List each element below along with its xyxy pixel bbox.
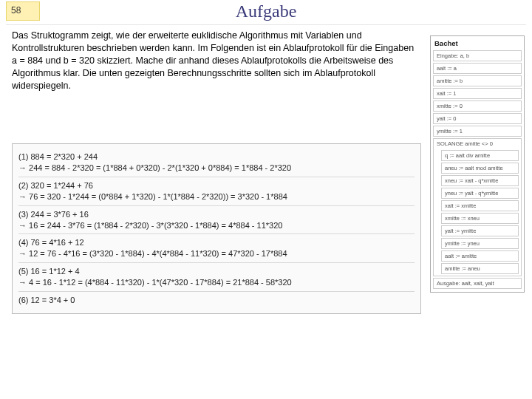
slide-title: Aufgabe [6,1,526,21]
calc-derivation: → 76 = 320 - 1*244 = (0*884 + 1*320) - 1… [18,191,415,202]
calc-step: (1) 884 = 2*320 + 244 → 244 = 884 - 2*32… [18,149,415,177]
calc-derivation: → 16 = 244 - 3*76 = (1*884 - 2*320) - 3*… [18,220,415,231]
calc-equation: (3) 244 = 3*76 + 16 [18,209,415,220]
struktogramm-title: Bachet [431,36,524,49]
struktogramm: Bachet Eingabe: a, b aalt := a amitte :=… [430,35,525,293]
struktogramm-loop-condition: SOLANGE amitte <> 0 [434,139,521,149]
struktogramm-stmt: aalt := amitte [441,250,519,262]
struktogramm-init: amitte := b [433,75,522,86]
struktogramm-stmt: yalt := ymitte [441,225,519,236]
calc-equation: (4) 76 = 4*16 + 12 [18,237,415,248]
calc-step: (6) 12 = 3*4 + 0 [18,292,415,309]
calc-derivation: → 244 = 884 - 2*320 = (1*884 + 0*320) - … [18,163,415,174]
struktogramm-init: ymitte := 1 [433,126,522,137]
struktogramm-stmt: ymitte := yneu [441,238,519,249]
calc-equation: (5) 16 = 1*12 + 4 [18,266,415,277]
struktogramm-init: xmitte := 0 [433,100,522,112]
struktogramm-stmt: yneu := yalt - q*ymitte [441,188,519,199]
calc-step: (2) 320 = 1*244 + 76 → 76 = 320 - 1*244 … [18,177,415,206]
struktogramm-stmt: xmitte := xneu [441,213,519,224]
calc-derivation: → 12 = 76 - 4*16 = (3*320 - 1*884) - 4*(… [18,248,415,259]
calc-equation: (2) 320 = 1*244 + 76 [18,180,415,191]
struktogramm-output: Ausgabe: aalt, xalt, yalt [433,278,522,289]
struktogramm-input: Eingabe: a, b [433,50,522,61]
struktogramm-init: yalt := 0 [433,113,522,124]
calc-equation: (1) 884 = 2*320 + 244 [18,151,415,163]
calc-equation: (6) 12 = 3*4 + 0 [18,295,415,306]
calc-step: (5) 16 = 1*12 + 4 → 4 = 16 - 1*12 = (4*8… [18,263,415,292]
struktogramm-stmt: aneu := aalt mod amitte [441,163,519,174]
struktogramm-stmt: xneu := xalt - q*xmitte [441,175,519,186]
calc-step: (4) 76 = 4*16 + 12 → 12 = 76 - 4*16 = (3… [18,234,415,263]
struktogramm-stmt: amitte := aneu [441,263,519,274]
calculations-box: (1) 884 = 2*320 + 244 → 244 = 884 - 2*32… [12,143,421,313]
calc-derivation: → 4 = 16 - 1*12 = (4*884 - 11*320) - 1*(… [18,277,415,288]
calc-step: (3) 244 = 3*76 + 16 → 16 = 244 - 3*76 = … [18,206,415,235]
struktogramm-stmt: xalt := xmitte [441,200,519,211]
struktogramm-init: xalt := 1 [433,88,522,99]
struktogramm-init: aalt := a [433,63,522,74]
struktogramm-loop: SOLANGE amitte <> 0 q := aalt div amitte… [433,138,522,276]
struktogramm-stmt: q := aalt div amitte [441,150,519,161]
body-paragraph: Das Struktogramm zeigt, wie der erweiter… [12,30,421,92]
